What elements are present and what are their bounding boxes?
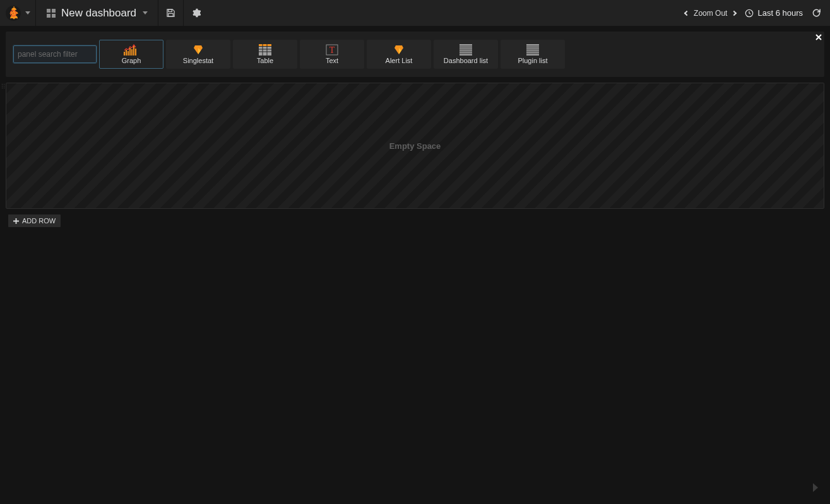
- navbar-left: New dashboard: [0, 0, 208, 26]
- refresh-icon: [812, 8, 821, 18]
- add-row-label: ADD ROW: [22, 217, 56, 225]
- dashboardlist-icon: [459, 44, 472, 56]
- settings-button[interactable]: [184, 0, 208, 26]
- caret-down-icon: [143, 11, 148, 15]
- panel-tile-text[interactable]: T Text: [300, 40, 364, 69]
- empty-space-panel[interactable]: Empty Space: [6, 83, 824, 209]
- svg-rect-8: [169, 13, 174, 16]
- svg-rect-16: [135, 49, 136, 56]
- grafana-logo-menu[interactable]: [0, 0, 36, 26]
- svg-rect-11: [126, 50, 127, 56]
- navbar-right: Zoom Out Last 6 hours: [685, 0, 830, 26]
- empty-space-label: Empty Space: [389, 141, 441, 151]
- top-navbar: New dashboard Zoom Out: [0, 0, 830, 26]
- dashboard-title-dropdown[interactable]: New dashboard: [36, 0, 158, 26]
- svg-rect-13: [129, 48, 131, 56]
- help-corner-button[interactable]: [811, 483, 820, 494]
- svg-rect-18: [259, 47, 271, 56]
- svg-rect-3: [47, 9, 50, 13]
- svg-rect-6: [52, 14, 56, 18]
- close-picker-button[interactable]: [815, 32, 822, 42]
- svg-text:T: T: [329, 45, 335, 55]
- svg-rect-7: [169, 9, 172, 12]
- pluginlist-icon: [526, 44, 539, 56]
- save-button[interactable]: [158, 0, 184, 26]
- svg-rect-5: [47, 14, 50, 18]
- svg-rect-4: [52, 9, 56, 13]
- tile-label: Dashboard list: [444, 57, 488, 64]
- svg-rect-10: [124, 52, 125, 56]
- panel-tile-table[interactable]: Table: [233, 40, 297, 69]
- drag-handle-dots-icon: [2, 84, 4, 88]
- time-range-picker[interactable]: Last 6 hours: [745, 8, 803, 18]
- dashboard-grid-icon: [46, 8, 56, 18]
- close-icon: [815, 34, 822, 40]
- panel-search-input[interactable]: [18, 50, 92, 59]
- tile-label: Alert List: [386, 57, 413, 64]
- plus-icon: [13, 218, 19, 224]
- tile-label: Graph: [122, 57, 141, 64]
- panel-tile-alertlist[interactable]: Alert List: [367, 40, 431, 69]
- tile-label: Table: [257, 57, 273, 64]
- gear-icon: [191, 8, 201, 18]
- time-range-label: Last 6 hours: [757, 8, 803, 18]
- tile-label: Singlestat: [183, 57, 213, 64]
- save-icon: [166, 8, 175, 18]
- singlestat-icon: [191, 44, 205, 56]
- time-back-button[interactable]: [685, 11, 689, 15]
- caret-down-icon: [25, 11, 30, 15]
- svg-rect-15: [133, 46, 134, 56]
- alertlist-icon: [392, 44, 406, 56]
- refresh-button[interactable]: [812, 8, 821, 18]
- panel-tile-graph[interactable]: Graph: [99, 40, 163, 69]
- panel-tile-pluginlist[interactable]: Plugin list: [501, 40, 565, 69]
- table-icon: [259, 44, 271, 56]
- add-row-button[interactable]: ADD ROW: [8, 214, 61, 227]
- panel-type-picker: Graph Singlestat Table: [6, 32, 824, 77]
- svg-rect-17: [259, 44, 271, 46]
- graph-icon: [123, 44, 139, 56]
- keyboard-shortcut-icon: [811, 483, 820, 492]
- time-forward-button[interactable]: [732, 11, 736, 15]
- row-drag-handle[interactable]: [0, 83, 6, 209]
- zoom-out-button[interactable]: Zoom Out: [694, 9, 727, 18]
- dashboard-row: Empty Space: [6, 83, 824, 209]
- svg-point-2: [12, 12, 14, 14]
- tile-label: Text: [326, 57, 338, 64]
- panel-tile-singlestat[interactable]: Singlestat: [166, 40, 230, 69]
- dashboard-title-text: New dashboard: [61, 7, 136, 20]
- text-icon: T: [326, 44, 338, 56]
- clock-icon: [745, 9, 754, 18]
- svg-rect-14: [131, 49, 133, 56]
- grafana-logo-icon: [5, 5, 21, 21]
- svg-rect-12: [127, 51, 129, 56]
- time-nav-group: Zoom Out: [685, 9, 736, 18]
- tile-label: Plugin list: [518, 57, 547, 64]
- panel-search-wrap[interactable]: [13, 45, 97, 63]
- panel-tile-dashboardlist[interactable]: Dashboard list: [434, 40, 498, 69]
